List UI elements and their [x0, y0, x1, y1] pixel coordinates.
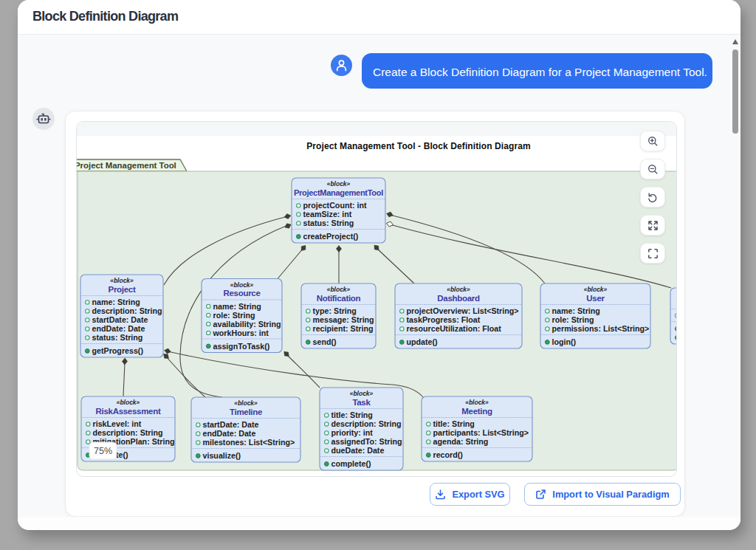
- svg-text:login(): login(): [552, 337, 577, 346]
- svg-text:workHours: int: workHours: int: [213, 329, 269, 337]
- svg-text:name: String: name: String: [92, 298, 140, 306]
- svg-text:status: String: status: String: [303, 219, 354, 227]
- svg-text:Meeting: Meeting: [461, 407, 492, 416]
- svg-text:resourceUtilization: Float: resourceUtilization: Float: [407, 324, 502, 333]
- svg-text:priority: int: priority: int: [331, 428, 374, 437]
- svg-text:«block»: «block»: [465, 399, 489, 406]
- svg-text:title: String: title: String: [433, 419, 475, 428]
- svg-text:complete(): complete(): [331, 459, 371, 468]
- svg-text:getProgress(): getProgress(): [92, 346, 144, 355]
- svg-text:ProjectManagementTool: ProjectManagementTool: [294, 188, 383, 197]
- svg-text:createProject(): createProject(): [303, 232, 359, 241]
- svg-text:«block»: «block»: [584, 286, 608, 293]
- svg-text:name: String: name: String: [552, 306, 600, 315]
- svg-text:assignedTo: String: assignedTo: String: [331, 437, 402, 446]
- svg-text:teamSize: int: teamSize: int: [303, 210, 352, 219]
- svg-text:availability: String: availability: String: [213, 320, 281, 329]
- svg-text:Task: Task: [352, 398, 371, 407]
- svg-text:projectOverview: List<String>: projectOverview: List<String>: [407, 306, 519, 315]
- svg-text:description: String: description: String: [92, 306, 162, 315]
- svg-text:startDate: Date: startDate: Date: [203, 420, 259, 429]
- svg-text:RiskAssessment: RiskAssessment: [96, 407, 161, 416]
- svg-text:Resource: Resource: [223, 289, 260, 298]
- svg-text:name: String: name: String: [213, 302, 261, 311]
- svg-text:«block»: «block»: [447, 286, 470, 293]
- svg-text:agenda: String: agenda: String: [433, 437, 489, 446]
- svg-text:Dashboard: Dashboard: [437, 294, 480, 303]
- svg-text:permissions: List<String>: permissions: List<String>: [552, 324, 650, 333]
- svg-text:type: String: type: String: [313, 306, 357, 315]
- svg-text:«block»: «block»: [117, 399, 140, 406]
- svg-text:participants: List<String>: participants: List<String>: [433, 428, 529, 437]
- svg-text:«block»: «block»: [230, 281, 254, 289]
- svg-text:«block»: «block»: [327, 286, 351, 293]
- svg-text:role: String: role: String: [552, 315, 594, 324]
- svg-text:send(): send(): [313, 337, 337, 346]
- svg-text:riskLevel: int: riskLevel: int: [93, 419, 142, 428]
- svg-text:recipient: String: recipient: String: [313, 324, 374, 333]
- svg-text:«block»: «block»: [234, 399, 258, 407]
- svg-text:«block»: «block»: [327, 180, 351, 188]
- svg-text:description: String: description: String: [93, 428, 163, 437]
- svg-text:record(): record(): [433, 450, 464, 459]
- svg-text:visualize(): visualize(): [203, 451, 241, 460]
- svg-text:message: String: message: String: [313, 315, 374, 324]
- svg-text:startDate: Date: startDate: Date: [92, 315, 148, 324]
- svg-text:Notification: Notification: [317, 294, 361, 303]
- svg-text:title: String: title: String: [331, 410, 373, 419]
- svg-text:status: String: status: String: [92, 333, 143, 342]
- svg-text:taskProgress: Float: taskProgress: Float: [407, 315, 481, 324]
- svg-text:assignToTask(): assignToTask(): [213, 342, 270, 351]
- svg-text:«block»: «block»: [350, 390, 374, 397]
- svg-text:dueDate: Date: dueDate: Date: [331, 446, 385, 455]
- svg-text:Project Management Tool: Project Management Tool: [77, 161, 176, 170]
- svg-text:Project Management Tool - Bloc: Project Management Tool - Block Definiti…: [306, 141, 530, 151]
- svg-text:«block»: «block»: [110, 277, 134, 284]
- svg-text:milestones: List<String>: milestones: List<String>: [203, 438, 295, 447]
- svg-text:User: User: [586, 294, 605, 303]
- svg-text:projectCount: int: projectCount: int: [303, 201, 368, 210]
- svg-text:description: String: description: String: [331, 419, 402, 428]
- svg-text:endDate: Date: endDate: Date: [203, 429, 256, 438]
- svg-text:endDate: Date: endDate: Date: [92, 324, 145, 333]
- svg-text:update(): update(): [407, 337, 439, 346]
- svg-text:Timeline: Timeline: [230, 408, 262, 416]
- svg-text:Project: Project: [109, 285, 136, 294]
- svg-text:75%: 75%: [94, 446, 112, 456]
- svg-text:role: String: role: String: [213, 311, 255, 320]
